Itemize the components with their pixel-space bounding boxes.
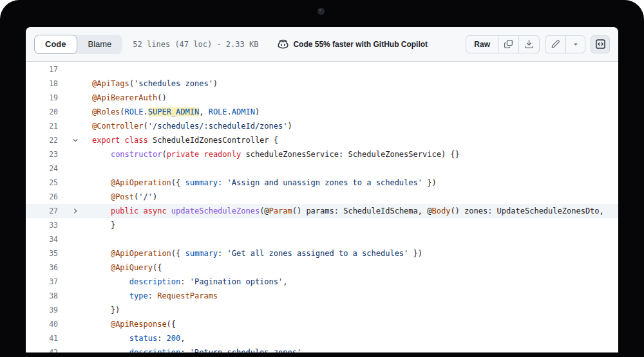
code-line: 42 description: 'Return schedules zones' bbox=[26, 345, 618, 352]
line-number[interactable]: 35 bbox=[26, 246, 58, 261]
code-line: 36 @ApiQuery({ bbox=[26, 261, 618, 275]
copilot-icon bbox=[278, 39, 289, 50]
code-line: 39 }) bbox=[26, 303, 618, 317]
copilot-banner[interactable]: Code 55% faster with GitHub Copilot bbox=[278, 39, 428, 50]
symbols-button[interactable] bbox=[591, 35, 610, 53]
edit-button-group bbox=[545, 35, 585, 53]
line-number[interactable]: 19 bbox=[26, 91, 58, 105]
caret-down-icon bbox=[572, 41, 580, 48]
code-text bbox=[92, 232, 618, 246]
fold-gutter bbox=[58, 275, 92, 289]
download-button[interactable] bbox=[518, 36, 539, 53]
code-text bbox=[92, 62, 618, 77]
fold-gutter bbox=[58, 261, 92, 275]
line-number[interactable]: 36 bbox=[26, 261, 58, 275]
code-line: 23 constructor(private readonly schedule… bbox=[26, 147, 618, 161]
camera-dot bbox=[317, 8, 325, 15]
code-text: @ApiBearerAuth() bbox=[92, 91, 618, 105]
code-line: 20@Roles(ROLE.SUPER_ADMIN, ROLE.ADMIN) bbox=[26, 105, 618, 119]
code-text: @ApiOperation({ summary: 'Assign and una… bbox=[92, 176, 618, 190]
line-number[interactable]: 37 bbox=[26, 275, 58, 289]
line-number[interactable]: 41 bbox=[26, 331, 58, 345]
code-line: 37 description: 'Pagination options', bbox=[26, 275, 618, 289]
code-text: @ApiResponse({ bbox=[92, 317, 618, 331]
file-meta: 52 lines (47 loc) · 2.33 KB bbox=[133, 40, 258, 49]
pencil-icon bbox=[551, 39, 560, 49]
code-text: } bbox=[92, 218, 618, 232]
code-line: 34 bbox=[26, 232, 618, 246]
code-line: 18@ApiTags('schedules zones') bbox=[26, 77, 618, 91]
chevron-down-icon bbox=[71, 136, 79, 144]
line-number[interactable]: 42 bbox=[26, 345, 58, 352]
fold-gutter bbox=[58, 232, 92, 246]
line-number[interactable]: 39 bbox=[26, 303, 58, 317]
code-text: description: 'Return schedules zones' bbox=[92, 345, 618, 352]
copy-icon bbox=[504, 39, 513, 49]
code-line: 41 status: 200, bbox=[26, 331, 618, 345]
line-number[interactable]: 38 bbox=[26, 289, 58, 303]
fold-gutter bbox=[58, 77, 92, 91]
code-line: 38 type: RequestParams bbox=[26, 289, 618, 303]
code-line: 33 } bbox=[26, 218, 618, 232]
code-text: @ApiOperation({ summary: 'Get all zones … bbox=[92, 246, 618, 261]
code-line: 26 @Post('/') bbox=[26, 190, 618, 204]
fold-toggle[interactable] bbox=[58, 204, 92, 218]
line-number[interactable]: 27 bbox=[26, 204, 58, 218]
fold-gutter bbox=[58, 62, 92, 77]
line-number[interactable]: 18 bbox=[26, 77, 58, 91]
code-line: 35 @ApiOperation({ summary: 'Get all zon… bbox=[26, 246, 618, 261]
code-area: 1718@ApiTags('schedules zones')19@ApiBea… bbox=[26, 62, 618, 352]
code-square-icon bbox=[595, 39, 606, 50]
edit-dropdown-button[interactable] bbox=[565, 36, 585, 53]
fold-gutter bbox=[58, 119, 92, 133]
code-text: }) bbox=[92, 303, 618, 317]
tab-code[interactable]: Code bbox=[34, 35, 77, 54]
line-number[interactable]: 20 bbox=[26, 105, 58, 119]
line-number[interactable]: 34 bbox=[26, 232, 58, 246]
line-number[interactable]: 22 bbox=[26, 133, 58, 147]
fold-gutter bbox=[58, 317, 92, 331]
file-toolbar: Code Blame 52 lines (47 loc) · 2.33 KB C… bbox=[26, 27, 618, 62]
code-text: @ApiTags('schedules zones') bbox=[92, 77, 618, 91]
code-text bbox=[92, 161, 618, 176]
code-text: description: 'Pagination options', bbox=[92, 275, 618, 289]
code-line: 24 bbox=[26, 161, 618, 176]
code-line: 40 @ApiResponse({ bbox=[26, 317, 618, 331]
line-number[interactable]: 26 bbox=[26, 190, 58, 204]
code-text: public async updateScheduleZones(@Param(… bbox=[92, 204, 618, 218]
fold-gutter bbox=[58, 218, 92, 232]
line-number[interactable]: 21 bbox=[26, 119, 58, 133]
code-text: @Roles(ROLE.SUPER_ADMIN, ROLE.ADMIN) bbox=[92, 105, 618, 119]
fold-gutter bbox=[58, 176, 92, 190]
code-line: 27 public async updateScheduleZones(@Par… bbox=[26, 204, 618, 218]
code-text: status: 200, bbox=[92, 331, 618, 345]
code-text: type: RequestParams bbox=[92, 289, 618, 303]
code-text: export class ScheduleIdZonesController { bbox=[92, 133, 618, 147]
tab-blame[interactable]: Blame bbox=[77, 35, 123, 54]
code-text: constructor(private readonly scheduleZon… bbox=[92, 147, 618, 161]
fold-gutter bbox=[58, 161, 92, 176]
code-line: 17 bbox=[26, 62, 618, 77]
fold-gutter bbox=[58, 105, 92, 119]
code-text: @ApiQuery({ bbox=[92, 261, 618, 275]
line-number[interactable]: 23 bbox=[26, 147, 58, 161]
fold-toggle[interactable] bbox=[58, 133, 92, 147]
copy-button[interactable] bbox=[498, 36, 518, 53]
line-number[interactable]: 25 bbox=[26, 176, 58, 190]
code-text: @Post('/') bbox=[92, 190, 618, 204]
line-number[interactable]: 40 bbox=[26, 317, 58, 331]
edit-button[interactable] bbox=[545, 36, 565, 53]
line-number[interactable]: 24 bbox=[26, 161, 58, 176]
raw-button-group: Raw bbox=[466, 35, 540, 53]
line-number[interactable]: 17 bbox=[26, 62, 58, 77]
fold-gutter bbox=[58, 246, 92, 261]
download-icon bbox=[524, 39, 534, 49]
code-text: @Controller('/schedules/:scheduleId/zone… bbox=[92, 119, 618, 133]
code-line: 22export class ScheduleIdZonesController… bbox=[26, 133, 618, 147]
raw-button[interactable]: Raw bbox=[466, 36, 498, 53]
device-frame: Code Blame 52 lines (47 loc) · 2.33 KB C… bbox=[0, 0, 644, 357]
fold-gutter bbox=[58, 147, 92, 161]
line-number[interactable]: 33 bbox=[26, 218, 58, 232]
fold-gutter bbox=[58, 289, 92, 303]
copilot-banner-text: Code 55% faster with GitHub Copilot bbox=[293, 40, 428, 49]
